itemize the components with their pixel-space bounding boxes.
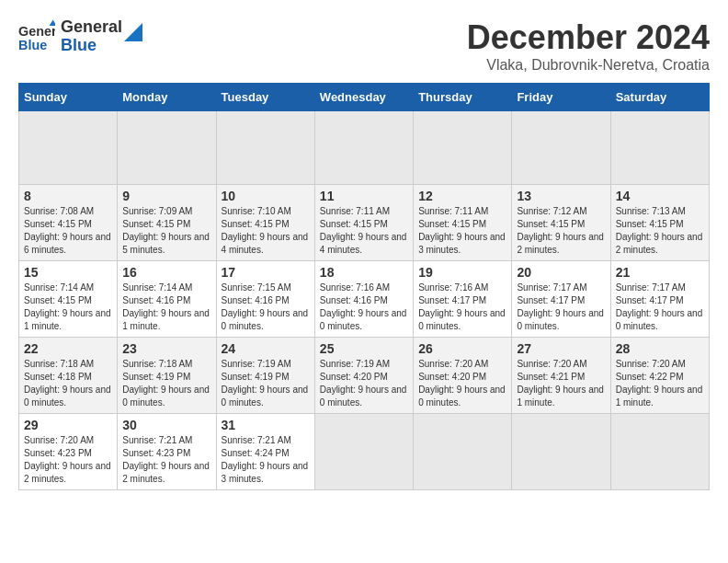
col-wednesday: Wednesday (314, 84, 413, 111)
calendar-header: Sunday Monday Tuesday Wednesday Thursday… (19, 84, 710, 111)
svg-text:General: General (18, 24, 55, 39)
table-row: 8Sunrise: 7:08 AMSunset: 4:15 PMDaylight… (19, 185, 118, 261)
table-row (512, 111, 610, 185)
location: Vlaka, Dubrovnik-Neretva, Croatia (467, 57, 710, 74)
calendar-week-5: 29Sunrise: 7:20 AMSunset: 4:23 PMDayligh… (19, 414, 710, 490)
svg-marker-3 (124, 23, 142, 41)
table-row: 13Sunrise: 7:12 AMSunset: 4:15 PMDayligh… (512, 185, 610, 261)
col-friday: Friday (512, 84, 610, 111)
table-row (118, 111, 216, 185)
logo-arrow-icon (124, 23, 142, 41)
svg-marker-2 (50, 20, 55, 26)
table-row: 18Sunrise: 7:16 AMSunset: 4:16 PMDayligh… (314, 261, 413, 338)
table-row: 23Sunrise: 7:18 AMSunset: 4:19 PMDayligh… (118, 338, 216, 414)
table-row: 16Sunrise: 7:14 AMSunset: 4:16 PMDayligh… (118, 261, 216, 338)
table-row: 17Sunrise: 7:15 AMSunset: 4:16 PMDayligh… (216, 261, 314, 338)
col-thursday: Thursday (414, 84, 512, 111)
table-row: 28Sunrise: 7:20 AMSunset: 4:22 PMDayligh… (610, 338, 709, 414)
table-row: 20Sunrise: 7:17 AMSunset: 4:17 PMDayligh… (512, 261, 610, 338)
table-row: 24Sunrise: 7:19 AMSunset: 4:19 PMDayligh… (216, 338, 314, 414)
table-row: 31Sunrise: 7:21 AMSunset: 4:24 PMDayligh… (216, 414, 314, 490)
table-row (414, 414, 512, 490)
table-row: 21Sunrise: 7:17 AMSunset: 4:17 PMDayligh… (610, 261, 709, 338)
page-header: General Blue General Blue December 2024 … (18, 18, 710, 74)
logo-icon: General Blue (18, 18, 55, 55)
table-row: 15Sunrise: 7:14 AMSunset: 4:15 PMDayligh… (19, 261, 118, 338)
table-row (19, 111, 118, 185)
col-monday: Monday (118, 84, 216, 111)
table-row (610, 414, 709, 490)
calendar-body: 8Sunrise: 7:08 AMSunset: 4:15 PMDaylight… (19, 111, 710, 490)
table-row (216, 111, 314, 185)
col-tuesday: Tuesday (216, 84, 314, 111)
calendar-week-3: 15Sunrise: 7:14 AMSunset: 4:15 PMDayligh… (19, 261, 710, 338)
calendar-table: Sunday Monday Tuesday Wednesday Thursday… (18, 83, 710, 490)
table-row: 30Sunrise: 7:21 AMSunset: 4:23 PMDayligh… (118, 414, 216, 490)
calendar-week-4: 22Sunrise: 7:18 AMSunset: 4:18 PMDayligh… (19, 338, 710, 414)
logo-text-line1: General (61, 18, 122, 37)
table-row: 12Sunrise: 7:11 AMSunset: 4:15 PMDayligh… (414, 185, 512, 261)
table-row: 25Sunrise: 7:19 AMSunset: 4:20 PMDayligh… (314, 338, 413, 414)
table-row: 14Sunrise: 7:13 AMSunset: 4:15 PMDayligh… (610, 185, 709, 261)
month-title: December 2024 (467, 18, 710, 57)
logo: General Blue General Blue (18, 18, 142, 55)
table-row: 10Sunrise: 7:10 AMSunset: 4:15 PMDayligh… (216, 185, 314, 261)
table-row: 11Sunrise: 7:11 AMSunset: 4:15 PMDayligh… (314, 185, 413, 261)
table-row: 26Sunrise: 7:20 AMSunset: 4:20 PMDayligh… (414, 338, 512, 414)
table-row (610, 111, 709, 185)
col-sunday: Sunday (19, 84, 118, 111)
table-row (414, 111, 512, 185)
header-row: Sunday Monday Tuesday Wednesday Thursday… (19, 84, 710, 111)
logo-text-line2: Blue (61, 37, 122, 55)
table-row (512, 414, 610, 490)
title-block: December 2024 Vlaka, Dubrovnik-Neretva, … (467, 18, 710, 74)
col-saturday: Saturday (610, 84, 709, 111)
table-row: 19Sunrise: 7:16 AMSunset: 4:17 PMDayligh… (414, 261, 512, 338)
table-row: 29Sunrise: 7:20 AMSunset: 4:23 PMDayligh… (19, 414, 118, 490)
table-row: 27Sunrise: 7:20 AMSunset: 4:21 PMDayligh… (512, 338, 610, 414)
table-row: 9Sunrise: 7:09 AMSunset: 4:15 PMDaylight… (118, 185, 216, 261)
svg-text:Blue: Blue (18, 38, 47, 52)
table-row (314, 414, 413, 490)
calendar-week-1 (19, 111, 710, 185)
table-row (314, 111, 413, 185)
calendar-week-2: 8Sunrise: 7:08 AMSunset: 4:15 PMDaylight… (19, 185, 710, 261)
table-row: 22Sunrise: 7:18 AMSunset: 4:18 PMDayligh… (19, 338, 118, 414)
